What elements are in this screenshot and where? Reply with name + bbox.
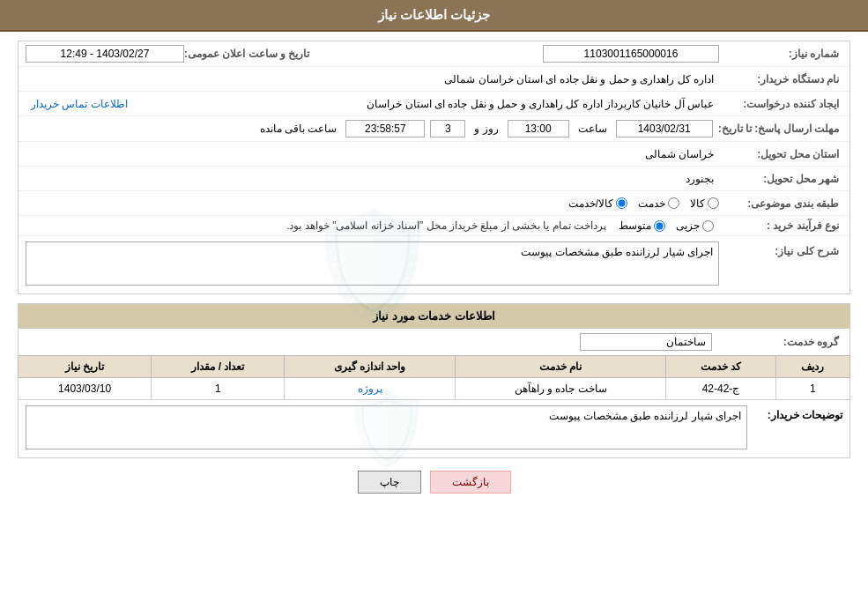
delivery-province-value: خراسان شمالی <box>26 146 719 162</box>
buyer-desc-textarea[interactable] <box>26 405 747 449</box>
cell-service-name: ساخت جاده و راهآهن <box>455 378 665 400</box>
deadline-time: 13:00 <box>508 120 569 137</box>
description-label: شرح کلی نیاز: <box>719 241 842 257</box>
row-description: شرح کلی نیاز: 🛡️ (function(){ var el = d… <box>19 236 849 293</box>
row-delivery-province: استان محل تحویل: خراسان شمالی <box>19 142 849 167</box>
category-radio-group: کالا خدمت کالا/خدمت <box>568 197 719 210</box>
radio-motevaset[interactable]: متوسط <box>619 219 665 232</box>
group-service-row: گروه خدمت: ساختمان <box>18 328 850 355</box>
group-service-value: ساختمان <box>580 333 712 351</box>
deadline-remaining-label: ساعت باقی مانده <box>256 123 341 135</box>
need-number-label: شماره نیاز: <box>719 48 842 60</box>
services-section: اطلاعات خدمات مورد نیاز گروه خدمت: ساختم… <box>18 303 850 458</box>
print-button[interactable]: چاپ <box>358 471 421 494</box>
radio-kala-label: کالا <box>690 197 705 210</box>
announce-datetime-label: تاریخ و ساعت اعلان عمومی: <box>184 48 313 60</box>
group-service-label: گروه خدمت: <box>719 336 842 348</box>
radio-jezii[interactable]: جزیی <box>676 219 714 232</box>
col-unit: واحد اندازه گیری <box>285 356 456 378</box>
radio-kala-khadamat-label: کالا/خدمت <box>568 197 613 210</box>
creator-label: ایجاد کننده درخواست: <box>719 98 842 110</box>
page-header: جزئیات اطلاعات نیاز <box>0 0 868 32</box>
need-number-value: 1103001165000016 <box>543 45 719 63</box>
back-button[interactable]: بازگشت <box>430 471 511 494</box>
radio-motevaset-label: متوسط <box>619 219 651 232</box>
col-service-code: کد خدمت <box>666 356 775 378</box>
deadline-date: 1403/02/31 <box>616 120 713 137</box>
deadline-label: مهلت ارسال پاسخ: تا تاریخ: <box>718 123 842 135</box>
row-process: نوع فرآیند خرید : جزیی متوسط پرداخت تمام… <box>19 216 849 236</box>
radio-jezii-label: جزیی <box>676 219 700 232</box>
cell-unit[interactable]: پروژه <box>285 378 456 400</box>
category-label: طبقه بندی موضوعی: <box>719 197 842 210</box>
table-row: 1 ج-42-42 ساخت جاده و راهآهن پروژه 1 140… <box>19 378 850 400</box>
cell-service-code: ج-42-42 <box>666 378 775 400</box>
process-label: نوع فرآیند خرید : <box>719 219 842 232</box>
delivery-city-label: شهر محل تحویل: <box>719 173 842 185</box>
buyer-desc-label: توضیحات خریدار: <box>754 405 842 421</box>
deadline-days: 3 <box>430 120 465 137</box>
button-row: بازگشت چاپ <box>18 458 850 506</box>
cell-quantity: 1 <box>152 378 285 400</box>
announce-datetime-value: 1403/02/27 - 12:49 <box>26 45 184 63</box>
row-category: طبقه بندی موضوعی: کالا خدمت کالا/خدمت <box>19 191 849 216</box>
delivery-province-label: استان محل تحویل: <box>719 148 842 160</box>
col-service-name: نام خدمت <box>455 356 665 378</box>
col-need-date: تاریخ نیاز <box>19 356 152 378</box>
cell-need-date: 1403/03/10 <box>19 378 152 400</box>
description-textarea[interactable] <box>26 241 719 286</box>
services-title: اطلاعات خدمات مورد نیاز <box>18 303 850 328</box>
deadline-remaining: 23:58:57 <box>345 120 425 137</box>
process-detail: پرداخت تمام یا بخشی از مبلغ خریداز محل "… <box>286 219 613 232</box>
radio-kala-khadamat[interactable]: کالا/خدمت <box>568 197 627 210</box>
deadline-time-label: ساعت <box>575 123 611 135</box>
radio-khadamat[interactable]: خدمت <box>638 197 679 210</box>
delivery-city-value: بجنورد <box>26 171 719 187</box>
buyer-org-value: اداره کل راهداری و حمل و نقل جاده ای است… <box>26 71 719 87</box>
cell-row-num: 1 <box>775 378 849 400</box>
row-buyer-org: نام دستگاه خریدار: اداره کل راهداری و حم… <box>19 67 849 92</box>
page-title: جزئیات اطلاعات نیاز <box>378 7 490 22</box>
deadline-days-label: روز و <box>471 123 501 135</box>
row-deadline: مهلت ارسال پاسخ: تا تاریخ: 1403/02/31 سا… <box>19 116 849 142</box>
buyer-org-label: نام دستگاه خریدار: <box>719 73 842 85</box>
process-radio-group: جزیی متوسط <box>619 219 714 232</box>
services-table: ردیف کد خدمت نام خدمت واحد اندازه گیری ت… <box>18 355 850 400</box>
radio-kala[interactable]: کالا <box>690 197 719 210</box>
row-delivery-city: شهر محل تحویل: بجنورد <box>19 167 849 191</box>
radio-khadamat-label: خدمت <box>638 197 665 210</box>
creator-value: عباس آل خانیان کاربرداز اداره کل راهداری… <box>128 96 719 112</box>
main-info-section: شماره نیاز: 1103001165000016 تاریخ و ساع… <box>18 41 850 294</box>
col-quantity: تعداد / مقدار <box>152 356 285 378</box>
row-need-number: شماره نیاز: 1103001165000016 تاریخ و ساع… <box>19 41 849 67</box>
contact-link[interactable]: اطلاعات تماس خریدار <box>26 98 128 110</box>
col-row-num: ردیف <box>775 356 849 378</box>
row-creator: ایجاد کننده درخواست: عباس آل خانیان کارب… <box>19 92 849 116</box>
buyer-desc-row: توضیحات خریدار: 🛡️ (function(){ var els … <box>18 400 850 458</box>
